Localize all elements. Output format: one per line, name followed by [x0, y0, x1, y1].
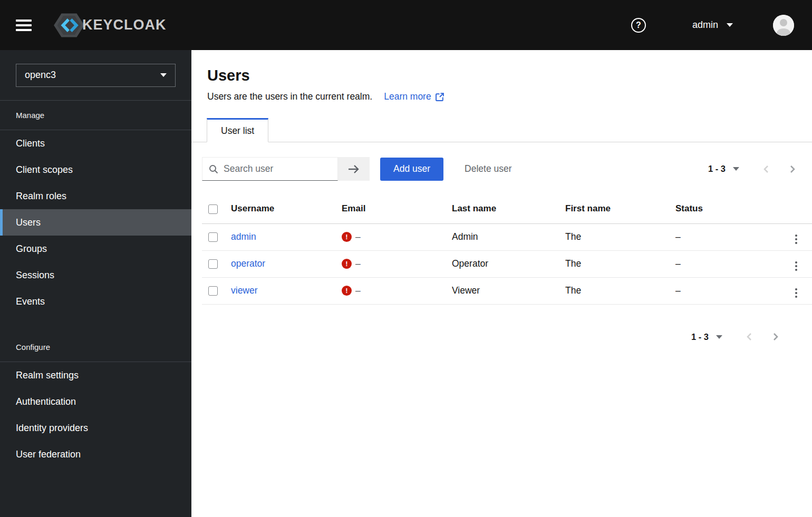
column-first-name: First name	[565, 194, 675, 223]
keycloak-hexagon-icon	[53, 12, 85, 39]
pagination-options-caret-icon[interactable]	[733, 167, 739, 171]
chevron-left-icon	[762, 164, 770, 174]
pagination-range: 1 - 3	[691, 332, 709, 342]
sidebar-item-clients[interactable]: Clients	[0, 130, 191, 157]
avatar	[773, 15, 794, 36]
keycloak-admin-console: KEYCLOAK ? admin openc3	[0, 0, 812, 517]
pagination-next-button[interactable]	[771, 332, 779, 342]
main-content: Users Users are the users in the current…	[191, 50, 812, 517]
delete-user-button[interactable]: Delete user	[465, 163, 512, 174]
tab-bar: User list	[191, 118, 812, 142]
sidebar-item-authentication[interactable]: Authentication	[0, 388, 191, 415]
email-value: –	[355, 285, 361, 296]
help-glyph: ?	[636, 21, 641, 30]
email-error-icon: !	[342, 286, 352, 296]
row-checkbox[interactable]	[208, 232, 218, 242]
column-last-name: Last name	[452, 194, 565, 223]
pagination-prev-button[interactable]	[762, 164, 770, 174]
column-status: Status	[675, 194, 776, 223]
learn-more-link[interactable]: Learn more	[384, 91, 444, 102]
users-table: Username Email Last name First name Stat…	[202, 194, 812, 305]
sidebar: openc3 Manage Clients Client scopes Real…	[0, 50, 191, 517]
pagination-bottom-wrapper: 1 - 3	[191, 305, 812, 342]
chevron-right-icon	[771, 332, 779, 342]
keycloak-logo[interactable]: KEYCLOAK	[53, 12, 167, 39]
select-all-checkbox[interactable]	[208, 204, 218, 214]
tab-user-list-label: User list	[221, 125, 254, 136]
masthead-right: ? admin	[631, 15, 794, 36]
row-kebab-menu[interactable]	[793, 259, 799, 273]
last-name-value: Admin	[452, 223, 565, 250]
search-box	[202, 157, 338, 181]
sidebar-item-events[interactable]: Events	[0, 288, 191, 315]
first-name-value: The	[565, 223, 675, 250]
username-label: admin	[692, 19, 718, 31]
sidebar-item-client-scopes[interactable]: Client scopes	[0, 157, 191, 183]
sidebar-item-groups[interactable]: Groups	[0, 236, 191, 262]
sidebar-item-realm-roles[interactable]: Realm roles	[0, 183, 191, 209]
last-name-value: Viewer	[452, 277, 565, 304]
column-email: Email	[342, 194, 452, 223]
email-error-icon: !	[342, 259, 352, 269]
search-input[interactable]	[224, 163, 331, 174]
row-kebab-menu[interactable]	[793, 232, 799, 246]
sidebar-item-realm-settings[interactable]: Realm settings	[0, 362, 191, 388]
sidebar-item-users[interactable]: Users	[0, 209, 191, 236]
pagination-top: 1 - 3	[708, 164, 796, 174]
masthead: KEYCLOAK ? admin	[0, 0, 812, 50]
nav-section-configure: Configure	[0, 333, 191, 362]
row-kebab-menu[interactable]	[793, 286, 799, 300]
pagination-next-button[interactable]	[788, 164, 796, 174]
chevron-down-icon	[160, 73, 167, 77]
last-name-value: Operator	[452, 250, 565, 277]
row-checkbox[interactable]	[208, 259, 218, 269]
realm-name: openc3	[25, 70, 56, 81]
user-link[interactable]: operator	[231, 258, 265, 269]
realm-selector[interactable]: openc3	[16, 64, 176, 87]
tab-user-list[interactable]: User list	[207, 118, 268, 142]
email-value: –	[355, 231, 361, 242]
chevron-down-icon	[727, 23, 733, 27]
status-value: –	[675, 277, 776, 304]
chevron-left-icon	[746, 332, 753, 342]
external-link-icon	[436, 92, 444, 101]
pagination-bottom: 1 - 3	[691, 332, 779, 342]
email-value: –	[355, 258, 361, 269]
arrow-right-icon	[347, 164, 360, 174]
table-row: admin !– Admin The –	[202, 223, 812, 250]
nav-section-manage: Manage	[0, 101, 191, 130]
search-icon	[209, 164, 218, 174]
add-user-button[interactable]: Add user	[380, 158, 443, 181]
brand-text: KEYCLOAK	[82, 17, 167, 33]
toolbar: Add user Delete user 1 - 3	[191, 142, 812, 194]
pagination-range: 1 - 3	[708, 164, 726, 174]
row-checkbox[interactable]	[208, 286, 218, 296]
avatar-person-icon	[773, 15, 794, 36]
table-row: operator !– Operator The –	[202, 250, 812, 277]
hamburger-menu-icon[interactable]	[16, 19, 32, 31]
email-error-icon: !	[342, 232, 352, 242]
pagination-options-caret-icon[interactable]	[716, 335, 722, 339]
status-value: –	[675, 250, 776, 277]
search-group	[202, 157, 370, 181]
user-link[interactable]: admin	[231, 231, 256, 242]
learn-more-label: Learn more	[384, 91, 431, 102]
search-submit-button[interactable]	[338, 157, 370, 181]
sidebar-item-identity-providers[interactable]: Identity providers	[0, 415, 191, 441]
user-link[interactable]: viewer	[231, 285, 258, 296]
first-name-value: The	[565, 277, 675, 304]
page-header: Users Users are the users in the current…	[191, 50, 812, 102]
sidebar-item-user-federation[interactable]: User federation	[0, 441, 191, 467]
column-username: Username	[231, 194, 342, 223]
chevron-right-icon	[788, 164, 796, 174]
sidebar-item-sessions[interactable]: Sessions	[0, 262, 191, 288]
status-value: –	[675, 223, 776, 250]
pagination-prev-button[interactable]	[746, 332, 753, 342]
realm-selector-section: openc3	[0, 50, 191, 101]
table-row: viewer !– Viewer The –	[202, 277, 812, 304]
page-subtitle: Users are the users in the current realm…	[207, 91, 372, 102]
user-dropdown[interactable]: admin	[692, 19, 733, 31]
first-name-value: The	[565, 250, 675, 277]
help-icon[interactable]: ?	[631, 18, 646, 33]
table-header-row: Username Email Last name First name Stat…	[202, 194, 812, 223]
